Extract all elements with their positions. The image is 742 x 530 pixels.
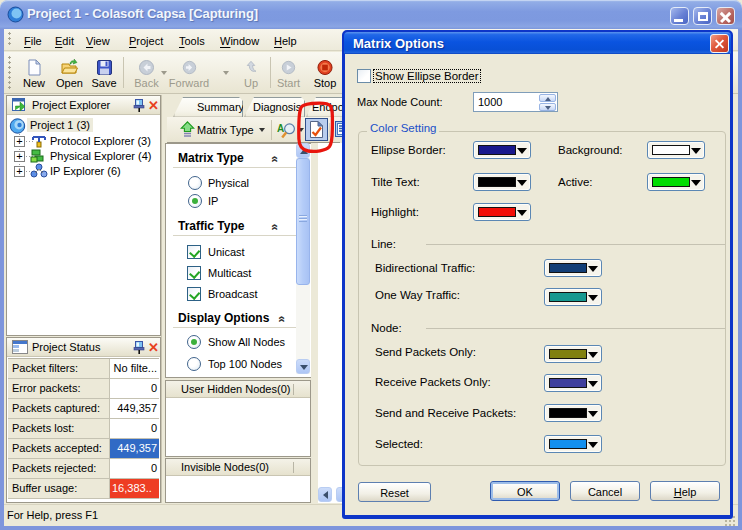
svg-text:A: A bbox=[277, 123, 284, 134]
